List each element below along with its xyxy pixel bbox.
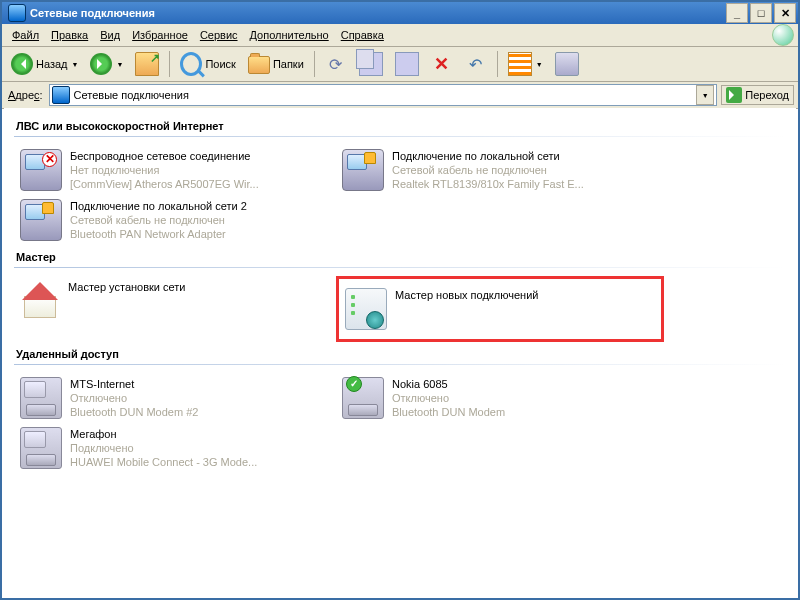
address-value: Сетевые подключения xyxy=(74,89,189,101)
connection-status: Нет подключения xyxy=(70,163,259,177)
unknown-icon xyxy=(555,52,579,76)
toolbar-extra-button[interactable] xyxy=(550,49,584,79)
address-label: Адрес: xyxy=(6,89,45,101)
close-button[interactable]: ✕ xyxy=(774,3,796,23)
modem-icon xyxy=(20,377,62,419)
go-icon xyxy=(726,87,742,103)
location-icon xyxy=(52,86,70,104)
modem-ok-icon xyxy=(342,377,384,419)
menu-edit[interactable]: Правка xyxy=(45,27,94,43)
up-button[interactable] xyxy=(130,49,164,79)
undo-button[interactable]: ↶ xyxy=(460,50,492,78)
chevron-down-icon: ▼ xyxy=(116,61,123,68)
network-disconnected-firewalled-icon xyxy=(20,199,62,241)
connection-device: Bluetooth DUN Modem #2 xyxy=(70,405,198,419)
undo-icon: ↶ xyxy=(465,53,487,75)
search-button[interactable]: Поиск xyxy=(175,50,240,78)
connection-title: Подключение по локальной сети xyxy=(392,149,584,163)
connection-status: Отключено xyxy=(70,391,198,405)
connection-item[interactable]: Подключение по локальной сети 2 Сетевой … xyxy=(14,195,336,245)
wizard-title: Мастер установки сети xyxy=(68,280,186,294)
network-disconnected-icon xyxy=(20,149,62,191)
connection-status: Сетевой кабель не подключен xyxy=(392,163,584,177)
lan-items: Беспроводное сетевое соединение Нет подк… xyxy=(14,145,786,245)
menu-file[interactable]: Файл xyxy=(6,27,45,43)
connection-device: [CommView] Atheros AR5007EG Wir... xyxy=(70,177,259,191)
forward-button[interactable]: ▼ xyxy=(85,50,128,78)
house-icon xyxy=(20,280,60,320)
back-icon xyxy=(11,53,33,75)
connection-item[interactable]: Nokia 6085 Отключено Bluetooth DUN Modem xyxy=(336,373,658,423)
copy-to-button[interactable] xyxy=(390,49,424,79)
connection-status: Сетевой кабель не подключен xyxy=(70,213,247,227)
app-icon xyxy=(8,4,26,22)
brand-logo-icon xyxy=(772,24,794,46)
connection-title: Nokia 6085 xyxy=(392,377,505,391)
connection-title: Подключение по локальной сети 2 xyxy=(70,199,247,213)
modem-icon xyxy=(20,427,62,469)
menubar: Файл Правка Вид Избранное Сервис Дополни… xyxy=(2,24,798,47)
wizard-items: Мастер установки сети Мастер новых подкл… xyxy=(14,276,786,342)
new-connection-wizard-icon xyxy=(345,288,387,330)
connection-title: Беспроводное сетевое соединение xyxy=(70,149,259,163)
views-button[interactable]: ▼ xyxy=(503,49,548,79)
dialup-items: MTS-Internet Отключено Bluetooth DUN Mod… xyxy=(14,373,786,473)
minimize-button[interactable]: _ xyxy=(726,3,748,23)
network-connections-window: Сетевые подключения _ □ ✕ Файл Правка Ви… xyxy=(0,0,800,600)
chevron-down-icon: ▼ xyxy=(536,61,543,68)
copy-icon xyxy=(395,52,419,76)
folders-button[interactable]: Папки xyxy=(243,50,309,78)
connection-item[interactable]: Подключение по локальной сети Сетевой ка… xyxy=(336,145,658,195)
connection-status: Подключено xyxy=(70,441,257,455)
section-header-dialup: Удаленный доступ xyxy=(16,348,786,360)
menu-view[interactable]: Вид xyxy=(94,27,126,43)
menu-favorites[interactable]: Избранное xyxy=(126,27,194,43)
network-disconnected-firewalled-icon xyxy=(342,149,384,191)
go-label: Переход xyxy=(745,89,789,101)
chevron-down-icon: ▼ xyxy=(72,61,79,68)
content-area: ЛВС или высокоскоростной Интернет Беспро… xyxy=(4,108,796,596)
menu-help[interactable]: Справка xyxy=(335,27,390,43)
move-to-button[interactable] xyxy=(354,49,388,79)
addressbar: Адрес: Сетевые подключения ▼ Переход xyxy=(2,82,798,109)
connection-title: Мегафон xyxy=(70,427,257,441)
folders-label: Папки xyxy=(273,58,304,70)
wizard-title: Мастер новых подключений xyxy=(395,288,538,302)
search-label: Поиск xyxy=(205,58,235,70)
menu-advanced[interactable]: Дополнительно xyxy=(244,27,335,43)
sync-icon: ⟳ xyxy=(325,53,347,75)
views-icon xyxy=(508,52,532,76)
maximize-button[interactable]: □ xyxy=(750,3,772,23)
window-title: Сетевые подключения xyxy=(30,7,724,19)
delete-icon: ✕ xyxy=(431,53,453,75)
folder-up-icon xyxy=(135,52,159,76)
folder-icon xyxy=(248,56,270,74)
connection-device: Bluetooth DUN Modem xyxy=(392,405,505,419)
move-icon xyxy=(359,52,383,76)
toolbar: Назад ▼ ▼ Поиск Папки ⟳ ✕ ↶ ▼ xyxy=(2,47,798,82)
connection-device: HUAWEI Mobile Connect - 3G Mode... xyxy=(70,455,257,469)
menu-tools[interactable]: Сервис xyxy=(194,27,244,43)
section-header-wizard: Мастер xyxy=(16,251,786,263)
connection-device: Bluetooth PAN Network Adapter xyxy=(70,227,247,241)
section-header-lan: ЛВС или высокоскоростной Интернет xyxy=(16,120,786,132)
connection-item[interactable]: Мегафон Подключено HUAWEI Mobile Connect… xyxy=(14,423,336,473)
wizard-item-new-connection[interactable]: Мастер новых подключений xyxy=(336,276,664,342)
delete-button[interactable]: ✕ xyxy=(426,50,458,78)
address-dropdown-button[interactable]: ▼ xyxy=(696,85,714,105)
sync-button[interactable]: ⟳ xyxy=(320,50,352,78)
connection-status: Отключено xyxy=(392,391,505,405)
wizard-item-network-setup[interactable]: Мастер установки сети xyxy=(14,276,336,342)
back-label: Назад xyxy=(36,58,68,70)
connection-item[interactable]: Беспроводное сетевое соединение Нет подк… xyxy=(14,145,336,195)
back-button[interactable]: Назад ▼ xyxy=(6,50,83,78)
connection-item[interactable]: MTS-Internet Отключено Bluetooth DUN Mod… xyxy=(14,373,336,423)
connection-title: MTS-Internet xyxy=(70,377,198,391)
titlebar: Сетевые подключения _ □ ✕ xyxy=(2,2,798,24)
forward-icon xyxy=(90,53,112,75)
address-input[interactable]: Сетевые подключения ▼ xyxy=(49,84,718,106)
go-button[interactable]: Переход xyxy=(721,85,794,105)
search-icon xyxy=(180,52,202,76)
connection-device: Realtek RTL8139/810x Family Fast E... xyxy=(392,177,584,191)
